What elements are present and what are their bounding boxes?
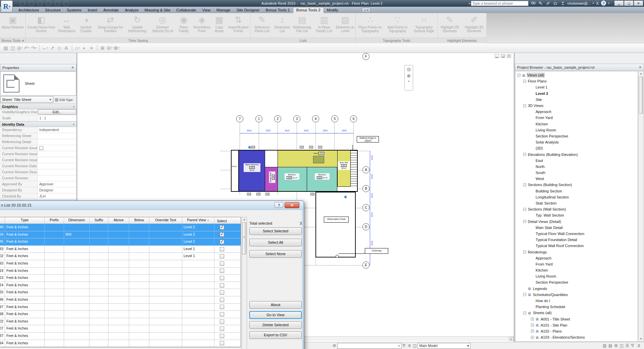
tree-item-label[interactable]: Kitchen: [536, 268, 548, 272]
table-row[interactable]: 787 Feet & Inches: [0, 333, 241, 340]
close-hidden-windows-icon[interactable]: ⊞: [100, 45, 106, 51]
grid-bubble[interactable]: E: [362, 261, 369, 269]
tree-item[interactable]: ▦ Approach: [515, 109, 638, 115]
dimension-value[interactable]: 3000: [259, 129, 278, 132]
tree-item-label[interactable]: Detail Views (Detail): [528, 220, 561, 224]
dimension-value[interactable]: 3000: [371, 155, 373, 160]
dimension-value[interactable]: 3000: [371, 241, 373, 245]
wall-tag[interactable]: W6: [265, 193, 269, 195]
room-tag[interactable]: Linen 204: [312, 151, 326, 156]
tree-item[interactable]: ▦ Typical Floor Wall Connection: [515, 231, 638, 237]
tree-item-label[interactable]: Typical Wall Roof Connection: [536, 244, 584, 248]
grid-bubble[interactable]: 4: [312, 115, 319, 122]
chimney-symbol[interactable]: [336, 255, 339, 258]
table-row[interactable]: 524 Feet & Inches: [0, 282, 241, 289]
property-value[interactable]: [38, 163, 77, 169]
ribbon-button[interactable]: ◑Section Creator: [77, 14, 95, 33]
tree-item[interactable]: ▦ Site: [515, 97, 638, 103]
tree-item[interactable]: ▦ North: [515, 164, 638, 170]
dimension-value[interactable]: 3000: [335, 129, 354, 132]
stairs[interactable]: [350, 151, 358, 187]
table-row[interactable]: 696 Feet & Inches: [0, 296, 241, 304]
row-checkbox[interactable]: [220, 261, 224, 266]
tree-expand-icon[interactable]: −: [523, 311, 526, 314]
grid-bubble[interactable]: 5: [331, 115, 338, 122]
tree-item[interactable]: − ▦ Detail Views (Detail): [515, 219, 638, 225]
ribbon-tab[interactable]: Massing & Site: [142, 7, 174, 13]
tree-item-label[interactable]: Typical Floor Wall Connection: [536, 232, 584, 236]
scroll-down-icon[interactable]: ▼: [639, 337, 643, 341]
section-header-identity-data[interactable]: Identity Data«: [0, 121, 77, 127]
ribbon-button[interactable]: ∵Add Points to Topography: [384, 14, 411, 33]
restore-button[interactable]: ❑: [624, 0, 634, 6]
row-checkbox[interactable]: [220, 334, 224, 338]
tree-item[interactable]: − ▦ Renderings: [515, 249, 638, 255]
column-header[interactable]: Above: [108, 217, 129, 224]
tree-item-label[interactable]: From Yard: [536, 116, 553, 120]
ribbon-button[interactable]: ↕Dimension List: [274, 14, 291, 33]
table-row[interactable]: 523 Feet & Inches: [0, 275, 241, 282]
tree-item[interactable]: ▦ From Yard: [515, 261, 638, 267]
aligned-dimension-icon[interactable]: ↔▾: [42, 45, 48, 51]
ribbon-button[interactable]: ▧Elements on Level: [335, 14, 355, 33]
edit-type-button[interactable]: ▦ Edit Type: [54, 96, 76, 103]
collapse-icon[interactable]: «: [73, 123, 75, 126]
tree-expand-icon[interactable]: −: [523, 104, 526, 107]
tree-item[interactable]: ▦ Longitudinal Section: [515, 194, 638, 200]
table-row[interactable]: 385 Feet & Inches Level 2: [0, 238, 241, 246]
grid-bubble[interactable]: 3: [293, 115, 300, 122]
tree-item[interactable]: ▦ Typical Wall Roof Connection: [515, 243, 638, 249]
tree-expand-icon[interactable]: −: [517, 74, 521, 77]
tree-item-label[interactable]: Living Room: [536, 128, 556, 132]
dimension-line[interactable]: [240, 133, 354, 133]
grid-bubble[interactable]: 1: [255, 115, 262, 122]
exclude-options-icon[interactable]: ▤: [608, 343, 612, 348]
tree-item[interactable]: + ▦ A102 - Plans: [515, 328, 638, 334]
tree-item-label[interactable]: A101 - Site Plan: [541, 323, 567, 327]
tree-item[interactable]: ▦ Typical Foundation Detail: [515, 237, 638, 243]
design-option-dropdown[interactable]: Main Model▾: [417, 343, 470, 349]
tree-item-label[interactable]: {3D}: [536, 146, 543, 150]
tree-expand-icon[interactable]: −: [523, 293, 526, 296]
tree-item-label[interactable]: Sections (Building Section): [528, 183, 572, 187]
row-checkbox[interactable]: [220, 298, 224, 302]
select-underlay-icon[interactable]: ◫: [620, 343, 624, 348]
tree-item-label[interactable]: A001 - Title Sheet: [541, 317, 570, 321]
text-icon[interactable]: A: [63, 45, 69, 51]
table-row[interactable]: 698 Feet & Inches: [0, 311, 241, 318]
tree-item-label[interactable]: Level 1: [536, 85, 547, 89]
select-selected-button[interactable]: Select Selected: [249, 227, 302, 235]
undo-icon[interactable]: ↶▾: [24, 45, 30, 51]
table-row[interactable]: 402 Feet & Inches Level 1: [0, 253, 241, 260]
row-checkbox[interactable]: [220, 341, 224, 345]
tree-item[interactable]: ▦ Building Section: [515, 188, 638, 194]
tree-item[interactable]: ▦ Kitchen: [515, 121, 638, 127]
open-icon[interactable]: ▤: [3, 45, 9, 51]
grid-bubble[interactable]: C: [362, 204, 369, 211]
column-header[interactable]: Dimension: [64, 217, 90, 224]
scroll-up-icon[interactable]: ▲: [242, 217, 246, 222]
user-menu-caret-icon[interactable]: ▾: [593, 2, 594, 5]
dimension-value[interactable]: 3000: [240, 129, 259, 132]
wall-tag[interactable]: W6: [251, 146, 255, 149]
tree-item-label[interactable]: Kitchen: [536, 122, 548, 126]
customize-toolbar-icon[interactable]: ⊠▾: [114, 45, 120, 51]
tree-item[interactable]: − ▦ Sections (Wall Section): [515, 206, 638, 212]
checkbox[interactable]: [39, 146, 43, 150]
measure-icon[interactable]: ↗: [49, 45, 55, 51]
room-tag[interactable]: Master Bath 205: [269, 172, 276, 183]
minimize-button[interactable]: ▁: [614, 0, 624, 6]
wall-tag[interactable]: W6: [247, 193, 251, 195]
tree-item-label[interactable]: Legends: [533, 287, 547, 291]
tree-item[interactable]: ▦ Planting Schedule: [515, 304, 638, 310]
ribbon-button[interactable]: ↻Update Referencing: [126, 14, 149, 33]
tree-item-label[interactable]: Typ. Wall Section: [536, 213, 564, 217]
tree-item-label[interactable]: Main Stair Detail: [536, 226, 563, 230]
tree-item-label[interactable]: A102 - Plans: [541, 329, 562, 333]
dimension-value[interactable]: 3000: [371, 193, 373, 198]
tree-item[interactable]: ▦ How do I: [515, 298, 638, 304]
select-pinned-icon[interactable]: ☰: [626, 343, 629, 348]
tree-item[interactable]: ▦ Typ. Wall Section: [515, 212, 638, 218]
row-checkbox[interactable]: [220, 327, 224, 331]
ribbon-tab[interactable]: Modify: [324, 7, 341, 13]
